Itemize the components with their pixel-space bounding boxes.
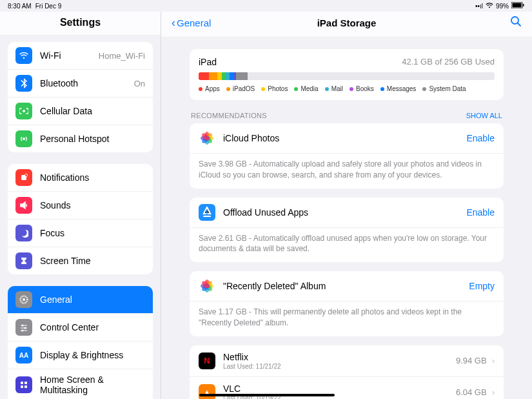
bell-icon — [15, 169, 32, 186]
legend-dot — [226, 87, 230, 91]
svg-rect-41 — [199, 204, 215, 221]
recommendation-desc: Save 1.17 GB - This will permanently del… — [190, 302, 504, 336]
back-label: General — [177, 17, 211, 28]
sidebar-item-bluetooth[interactable]: BluetoothOn — [8, 70, 153, 97]
storage-summary-card: iPad 42.1 GB of 256 GB Used AppsiPadOSPh… — [190, 49, 504, 100]
sidebar-item-label: Screen Time — [40, 256, 145, 266]
sidebar-item-value: Home_Wi-Fi — [99, 51, 145, 61]
legend-dot — [261, 87, 265, 91]
recommendation-desc: Save 3.98 GB - Automatically upload and … — [190, 154, 504, 189]
storage-bar — [199, 72, 495, 80]
sidebar-item-label: Home Screen & Multitasking — [40, 374, 145, 395]
recommendation-title: "Recently Deleted" Album — [223, 281, 469, 291]
sound-icon — [15, 197, 32, 214]
legend-dot — [294, 87, 298, 91]
sidebar-item-personal-hotspot[interactable]: Personal Hotspot — [8, 125, 153, 152]
svg-rect-16 — [21, 385, 23, 388]
storage-segment — [199, 72, 209, 80]
grid-icon — [15, 376, 32, 393]
sidebar-item-label: Focus — [40, 228, 145, 238]
sidebar-item-label: Notifications — [40, 172, 145, 183]
battery-pct: 99% — [496, 3, 509, 10]
apps-list: NNetflixLast Used: 11/21/229.94 GB›▲VLCL… — [190, 345, 504, 399]
status-icons: ••ıl 99% — [475, 2, 524, 10]
recommendation-card: Offload Unused AppsEnableSave 2.61 GB - … — [190, 198, 504, 263]
svg-rect-1 — [513, 3, 522, 8]
appstore-icon — [199, 204, 215, 221]
sidebar-item-sounds[interactable]: Sounds — [8, 192, 153, 220]
photos-icon — [199, 278, 215, 294]
gear-icon — [15, 291, 32, 308]
moon-icon — [15, 225, 32, 241]
legend-label: Media — [300, 85, 318, 92]
AA-icon: AA — [15, 347, 32, 363]
sidebar-item-label: Sounds — [40, 200, 145, 210]
home-indicator[interactable] — [199, 394, 335, 396]
chevron-right-icon: › — [492, 356, 495, 365]
storage-segment — [217, 72, 222, 80]
sidebar-item-control-center[interactable]: Control Center — [8, 314, 153, 342]
recommendation-action[interactable]: Enable — [466, 133, 495, 143]
hourglass-icon — [15, 252, 32, 269]
app-name: Netflix — [223, 352, 456, 362]
sidebar-item-general[interactable]: General — [8, 286, 153, 314]
bt-icon — [15, 75, 32, 92]
legend-label: Apps — [205, 85, 220, 92]
legend-item: Books — [350, 85, 374, 92]
page-title: iPad Storage — [317, 17, 377, 28]
sidebar-item-label: Cellular Data — [40, 106, 145, 116]
legend-label: System Data — [429, 85, 466, 92]
status-time: 8:30 AM — [8, 3, 32, 10]
chevron-right-icon: › — [492, 387, 495, 397]
recommendation-action[interactable]: Enable — [466, 207, 495, 218]
storage-segment — [236, 72, 247, 80]
sidebar-item-display-brightness[interactable]: AADisplay & Brightness — [8, 342, 153, 369]
svg-point-3 — [23, 138, 25, 140]
app-icon: ▲ — [199, 384, 215, 399]
legend-dot — [199, 87, 202, 91]
wifi-icon — [15, 47, 32, 64]
legend-dot — [380, 87, 384, 91]
sidebar-item-home-screen-multitasking[interactable]: Home Screen & Multitasking — [8, 369, 153, 399]
cell-icon — [15, 103, 32, 119]
battery-icon — [511, 2, 524, 10]
sidebar-item-label: Display & Brightness — [40, 350, 145, 360]
app-last-used: Last Used: 11/21/22 — [223, 363, 456, 370]
sidebar-item-screen-time[interactable]: Screen Time — [8, 247, 153, 274]
sidebar-item-wi-fi[interactable]: Wi-FiHome_Wi-Fi — [8, 42, 153, 70]
storage-used-text: 42.1 GB of 256 GB Used — [402, 57, 495, 67]
show-all-link[interactable]: SHOW ALL — [466, 112, 502, 119]
svg-rect-14 — [21, 382, 23, 384]
legend-label: iPadOS — [233, 85, 255, 92]
legend-item: Media — [294, 85, 318, 92]
legend-label: Mail — [331, 85, 343, 92]
sidebar-item-label: Wi-Fi — [40, 50, 99, 61]
sidebar[interactable]: Settings Wi-FiHome_Wi-FiBluetoothOnCellu… — [0, 12, 161, 399]
svg-rect-17 — [25, 385, 27, 388]
sidebar-item-value: On — [134, 79, 145, 88]
recommendation-title: iCloud Photos — [223, 133, 466, 143]
recommendation-action[interactable]: Empty — [469, 281, 495, 291]
legend-dot — [422, 87, 426, 91]
status-bar: 8:30 AM Fri Dec 9 ••ıl 99% — [0, 0, 532, 12]
svg-point-30 — [511, 17, 518, 24]
sidebar-item-cellular-data[interactable]: Cellular Data — [8, 97, 153, 125]
svg-point-7 — [23, 298, 25, 301]
svg-point-5 — [25, 174, 28, 177]
sidebar-item-notifications[interactable]: Notifications — [8, 164, 153, 192]
detail-pane[interactable]: ‹ General iPad Storage iPad 42.1 GB of 2… — [161, 12, 532, 399]
app-name: VLC — [223, 384, 456, 394]
svg-line-31 — [518, 23, 520, 26]
search-icon[interactable] — [510, 15, 522, 30]
sidebar-title: Settings — [0, 12, 161, 36]
legend-label: Photos — [268, 85, 288, 92]
app-size: 9.94 GB — [456, 356, 487, 365]
legend-dot — [325, 87, 329, 91]
legend-item: System Data — [422, 85, 466, 92]
hotspot-icon — [15, 130, 32, 147]
legend-item: iPadOS — [226, 85, 255, 92]
app-row-netflix[interactable]: NNetflixLast Used: 11/21/229.94 GB› — [190, 345, 504, 377]
back-button[interactable]: ‹ General — [172, 16, 211, 30]
recommendation-desc: Save 2.61 GB - Automatically offload unu… — [190, 228, 504, 263]
sidebar-item-focus[interactable]: Focus — [8, 220, 153, 247]
